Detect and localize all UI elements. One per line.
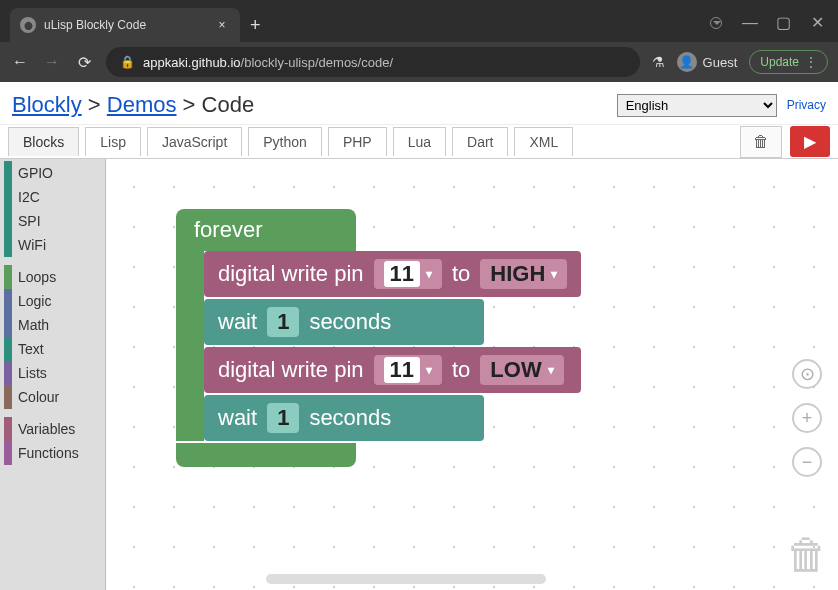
tab-search-icon[interactable] xyxy=(710,17,722,29)
tab-dart[interactable]: Dart xyxy=(452,127,508,156)
url-path: /blockly-ulisp/demos/code/ xyxy=(241,55,393,70)
delete-button[interactable]: 🗑 xyxy=(740,126,782,158)
value-slot-high[interactable]: HIGH▾ xyxy=(480,259,567,289)
language-select[interactable]: English xyxy=(617,94,777,117)
forever-block[interactable]: forever digital write pin 11▾ to HIGH▾ w… xyxy=(176,209,581,467)
guest-label: Guest xyxy=(703,55,738,70)
wait-value[interactable]: 1 xyxy=(267,403,299,433)
close-tab-icon[interactable]: × xyxy=(214,18,230,32)
person-icon: 👤 xyxy=(677,52,697,72)
canvas-trash-icon[interactable]: 🗑 xyxy=(786,531,828,579)
breadcrumb-code: Code xyxy=(202,92,255,117)
chevron-down-icon: ▾ xyxy=(548,363,554,377)
zoom-in-button[interactable]: + xyxy=(792,403,822,433)
center-button[interactable]: ⊙ xyxy=(792,359,822,389)
toolbox-i2c[interactable]: I2C xyxy=(0,185,105,209)
digital-write-block-high[interactable]: digital write pin 11▾ to HIGH▾ xyxy=(204,251,581,297)
breadcrumb-blockly[interactable]: Blockly xyxy=(12,92,82,117)
tab-python[interactable]: Python xyxy=(248,127,322,156)
breadcrumb-demos[interactable]: Demos xyxy=(107,92,177,117)
tab-php[interactable]: PHP xyxy=(328,127,387,156)
toolbox-text[interactable]: Text xyxy=(0,337,105,361)
pin-slot[interactable]: 11▾ xyxy=(374,355,442,385)
browser-tab[interactable]: uLisp Blockly Code × xyxy=(10,8,240,42)
zoom-out-button[interactable]: − xyxy=(792,447,822,477)
chevron-down-icon: ▾ xyxy=(426,363,432,377)
chevron-down-icon: ▾ xyxy=(426,267,432,281)
kebab-icon: ⋮ xyxy=(805,55,817,69)
favicon-icon xyxy=(20,17,36,33)
toolbox-lists[interactable]: Lists xyxy=(0,361,105,385)
reload-button[interactable]: ⟳ xyxy=(74,53,94,72)
toolbox: GPIO I2C SPI WiFi Loops Logic Math Text … xyxy=(0,159,106,590)
tab-xml[interactable]: XML xyxy=(514,127,573,156)
forward-button: → xyxy=(42,53,62,71)
toolbox-logic[interactable]: Logic xyxy=(0,289,105,313)
toolbox-loops[interactable]: Loops xyxy=(0,265,105,289)
tab-lisp[interactable]: Lisp xyxy=(85,127,141,156)
update-button[interactable]: Update ⋮ xyxy=(749,50,828,74)
horizontal-scrollbar[interactable] xyxy=(266,574,546,584)
block-canvas[interactable]: forever digital write pin 11▾ to HIGH▾ w… xyxy=(106,159,838,590)
toolbox-gpio[interactable]: GPIO xyxy=(0,161,105,185)
tab-lua[interactable]: Lua xyxy=(393,127,446,156)
toolbox-colour[interactable]: Colour xyxy=(0,385,105,409)
lock-icon: 🔒 xyxy=(120,55,135,69)
toolbox-variables[interactable]: Variables xyxy=(0,417,105,441)
address-bar[interactable]: 🔒 appkaki.github.io/blockly-ulisp/demos/… xyxy=(106,47,640,77)
forever-label: forever xyxy=(176,209,356,251)
toolbox-functions[interactable]: Functions xyxy=(0,441,105,465)
wait-value[interactable]: 1 xyxy=(267,307,299,337)
labs-icon[interactable]: ⚗ xyxy=(652,54,665,70)
toolbox-math[interactable]: Math xyxy=(0,313,105,337)
new-tab-button[interactable]: + xyxy=(240,9,271,42)
maximize-icon[interactable]: ▢ xyxy=(776,13,790,32)
chevron-down-icon: ▾ xyxy=(551,267,557,281)
trash-icon: 🗑 xyxy=(753,133,769,150)
toolbox-wifi[interactable]: WiFi xyxy=(0,233,105,257)
url-domain: appkaki.github.io xyxy=(143,55,241,70)
wait-block-1[interactable]: wait 1 seconds xyxy=(204,299,484,345)
tab-title: uLisp Blockly Code xyxy=(44,18,206,32)
toolbox-spi[interactable]: SPI xyxy=(0,209,105,233)
play-icon: ▶ xyxy=(804,132,816,151)
window-close-icon[interactable]: ✕ xyxy=(810,13,824,32)
minimize-icon[interactable]: — xyxy=(742,14,756,32)
profile-button[interactable]: 👤 Guest xyxy=(677,52,738,72)
tab-javascript[interactable]: JavaScript xyxy=(147,127,242,156)
back-button[interactable]: ← xyxy=(10,53,30,71)
forever-foot xyxy=(176,443,356,467)
breadcrumb: Blockly > Demos > Code xyxy=(12,92,254,118)
wait-block-2[interactable]: wait 1 seconds xyxy=(204,395,484,441)
digital-write-block-low[interactable]: digital write pin 11▾ to LOW▾ xyxy=(204,347,581,393)
tab-blocks[interactable]: Blocks xyxy=(8,127,79,156)
privacy-link[interactable]: Privacy xyxy=(787,98,826,112)
pin-slot[interactable]: 11▾ xyxy=(374,259,442,289)
run-button[interactable]: ▶ xyxy=(790,126,830,157)
value-slot-low[interactable]: LOW▾ xyxy=(480,355,563,385)
